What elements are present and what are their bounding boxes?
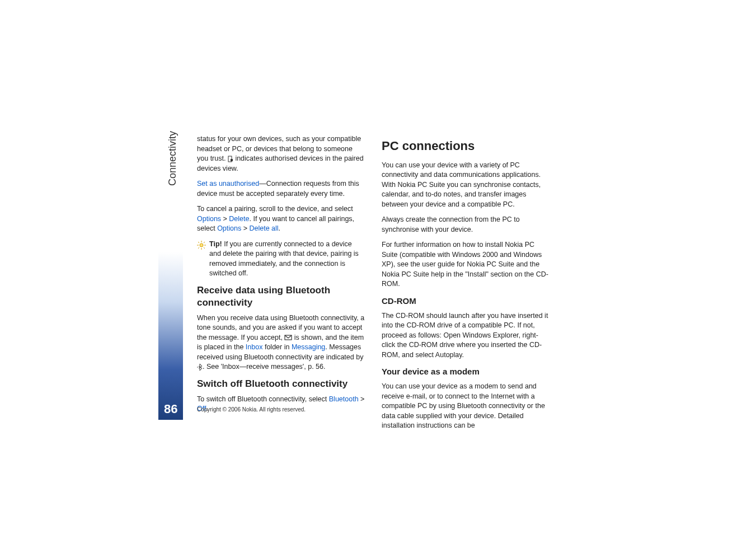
menu-option-bluetooth: Bluetooth — [329, 395, 359, 403]
side-gradient — [158, 252, 183, 420]
heading-cdrom: CD-ROM — [382, 295, 550, 307]
section-tab: Connectivity — [167, 133, 181, 186]
svg-point-2 — [200, 243, 203, 247]
heading-device-as-modem: Your device as a modem — [382, 366, 550, 377]
paragraph: You can use your device as a modem to se… — [382, 382, 550, 431]
tip-icon — [197, 241, 206, 250]
menu-option-messaging: Messaging — [292, 343, 325, 351]
paragraph: The CD-ROM should launch after you have … — [382, 311, 550, 360]
text: If you are currently connected to a devi… — [209, 240, 359, 278]
menu-option-delete-all: Delete all — [249, 224, 278, 232]
tip-label: Tip! — [209, 240, 222, 248]
paragraph: Always create the connection from the PC… — [382, 215, 550, 235]
text: folder in — [262, 343, 291, 351]
paragraph: You can use your device with a variety o… — [382, 161, 550, 210]
text: To cancel a pairing, scroll to the devic… — [197, 205, 353, 213]
svg-line-10 — [204, 242, 205, 243]
left-column: status for your own devices, such as you… — [197, 134, 365, 437]
menu-option-inbox: Inbox — [246, 343, 263, 351]
text: > — [221, 215, 229, 223]
paragraph: To cancel a pairing, scroll to the devic… — [197, 204, 365, 234]
menu-option-set-unauthorised: Set as unauthorised — [197, 180, 259, 188]
section-label: Connectivity — [167, 131, 179, 186]
heading-receive-data: Receive data using Bluetooth connectivit… — [197, 284, 365, 309]
bluetooth-message-icon: * — [197, 363, 203, 371]
text: To switch off Bluetooth connectivity, se… — [197, 395, 329, 403]
svg-line-7 — [198, 242, 199, 243]
menu-option-options: Options — [197, 215, 221, 223]
page-number: 86 — [164, 402, 177, 416]
paragraph: Set as unauthorised—Connection requests … — [197, 179, 365, 199]
svg-line-9 — [198, 247, 199, 249]
text: . — [279, 224, 280, 232]
copyright: Copyright © 2006 Nokia. All rights reser… — [197, 406, 306, 413]
tip-text: Tip! If you are currently connected to a… — [209, 240, 365, 279]
paragraph: status for your own devices, such as you… — [197, 134, 365, 174]
svg-rect-1 — [231, 159, 233, 161]
text: > — [359, 395, 365, 403]
page-content: status for your own devices, such as you… — [197, 134, 555, 437]
svg-line-8 — [204, 247, 205, 249]
message-icon — [284, 334, 292, 341]
right-column: PC connections You can use your device w… — [382, 134, 550, 437]
paragraph: For further information on how to instal… — [382, 240, 550, 289]
tip-block: Tip! If you are currently connected to a… — [197, 240, 365, 279]
heading-switch-off-bt: Switch off Bluetooth connectivity — [197, 378, 365, 390]
authorised-device-icon — [228, 156, 233, 162]
text: > — [241, 224, 249, 232]
svg-text:*: * — [197, 366, 199, 369]
text: . See 'Inbox—receive messages', p. 56. — [203, 363, 325, 371]
menu-option-options: Options — [217, 224, 241, 232]
heading-pc-connections: PC connections — [382, 138, 550, 155]
paragraph: When you receive data using Bluetooth co… — [197, 313, 365, 372]
menu-option-delete: Delete — [229, 215, 249, 223]
